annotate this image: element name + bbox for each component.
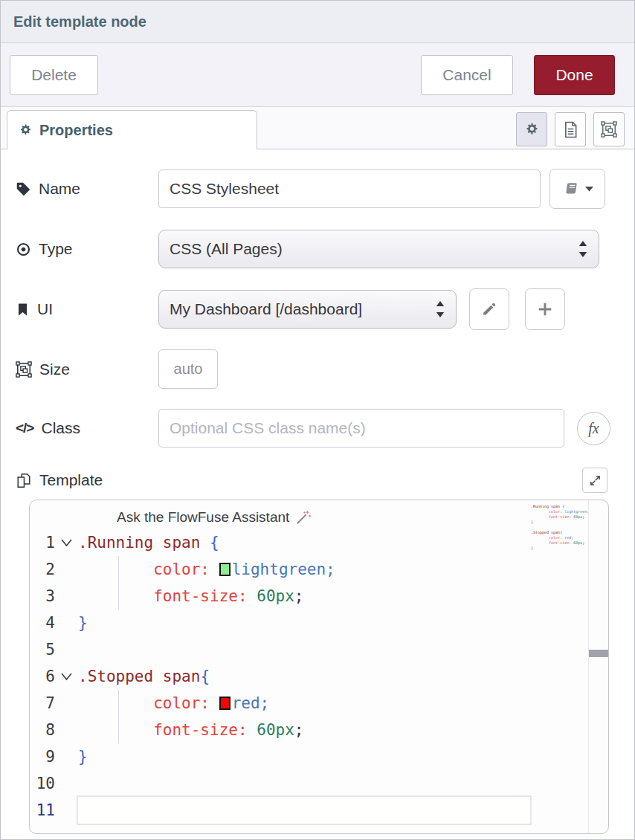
code-line[interactable]: 9} [30,743,608,770]
code-lines: 1.Running span {2 color: lightgreen;3 fo… [30,529,608,824]
ui-select[interactable]: My Dashboard [/dashboard] [158,290,457,329]
code-text: color: red; [78,694,269,712]
size-row: Size auto [16,349,634,389]
template-row-header: Template [16,468,634,493]
code-line[interactable]: 6.Stopped span{ [30,663,608,690]
dialog-title: Edit template node [13,13,146,30]
line-number: 7 [30,694,55,712]
line-number: 4 [30,614,55,632]
line-number: 11 [30,801,55,819]
template-label: Template [16,471,158,489]
ui-label: UI [16,300,158,318]
fx-button[interactable]: fx [577,412,610,445]
code-line[interactable]: 8 font-size: 60px; [30,717,608,743]
size-label: Size [16,361,158,378]
indent-guide [118,556,119,610]
caret-down-icon [585,186,593,192]
cancel-button[interactable]: Cancel [421,55,513,95]
description-view-button[interactable] [555,112,586,146]
tab-properties-label: Properties [39,122,113,139]
dialog-header: Edit template node [1,1,634,43]
type-label: Type [16,240,158,258]
code-text: .Running span { [78,534,219,552]
add-ui-button[interactable] [525,288,565,330]
indent-guide [118,690,119,743]
properties-form: Name Type CSS (All Pages) [1,169,634,834]
appearance-view-button[interactable] [593,112,625,146]
code-line[interactable]: 1.Running span { [30,529,608,556]
scrollbar-thumb[interactable] [589,650,609,657]
delete-button[interactable]: Delete [10,55,98,95]
code-text: } [78,614,88,632]
select-arrows-icon [435,300,445,319]
code-text: color: lightgreen; [78,560,335,578]
line-number: 2 [30,560,55,578]
minimap-rail [588,500,589,833]
edit-ui-button[interactable] [469,288,509,330]
class-input[interactable] [158,409,564,448]
editor-tool-buttons [516,112,625,146]
object-group-icon [16,361,32,378]
book-icon [562,181,580,197]
fold-chevron-icon[interactable] [55,672,78,681]
expand-editor-button[interactable] [582,468,607,493]
tab-bar: Properties [1,107,634,149]
fold-chevron-icon[interactable] [55,538,78,547]
line-number: 10 [30,775,55,792]
copy-pages-icon [16,472,32,489]
line-number: 1 [30,534,55,552]
line-number: 8 [30,721,55,739]
assistant-hint[interactable]: Ask the FlowFuse Assistant [30,505,608,529]
code-text: font-size: 60px; [78,721,303,739]
line-number: 6 [30,668,55,685]
object-group-icon [601,121,617,138]
code-line[interactable]: 2 color: lightgreen; [30,556,608,583]
code-text: } [78,748,88,766]
color-swatch[interactable] [219,697,231,710]
select-arrows-icon [578,239,588,259]
name-input[interactable] [158,169,541,208]
gear-icon [524,122,540,138]
pencil-icon [481,301,497,317]
tab-properties[interactable]: Properties [7,110,257,149]
name-row: Name [16,169,634,209]
code-text: .Stopped span{ [78,668,210,685]
document-icon [563,121,578,138]
plus-icon [537,301,553,317]
fx-icon: fx [588,420,599,437]
gear-icon [19,123,33,138]
line-number: 9 [30,748,55,766]
action-bar: Delete Cancel Done [1,43,634,107]
code-line[interactable]: 3 font-size: 60px; [30,583,608,610]
edit-template-dialog: Edit template node Delete Cancel Done Pr… [0,0,635,840]
color-swatch[interactable] [219,563,231,576]
bookmark-icon [16,302,30,317]
class-row: </> Class fx [16,409,634,448]
expand-icon [589,474,602,487]
template-code-editor[interactable]: Ask the FlowFuse Assistant 1.Running spa… [29,500,609,834]
class-label: </> Class [16,419,158,437]
code-line[interactable]: 5 [30,636,608,663]
dot-circle-icon [16,242,31,257]
code-line[interactable]: 7 color: red; [30,690,608,717]
ui-row: UI My Dashboard [/dashboard] [16,288,634,330]
type-row: Type CSS (All Pages) [16,230,634,268]
size-auto-button[interactable]: auto [158,349,218,389]
done-button[interactable]: Done [534,55,615,95]
current-line-highlight [77,795,532,825]
library-dropdown-button[interactable] [549,169,605,209]
magic-wand-icon [295,509,312,526]
name-label: Name [16,180,158,198]
code-text: font-size: 60px; [78,587,303,605]
line-number: 5 [30,641,55,659]
line-number: 3 [30,587,55,605]
code-icon: </> [16,420,33,436]
tag-icon [16,181,31,197]
code-line[interactable]: 10 [30,770,608,797]
properties-view-button[interactable] [516,112,547,146]
type-select[interactable]: CSS (All Pages) [158,230,599,268]
code-line[interactable]: 4} [30,610,608,636]
